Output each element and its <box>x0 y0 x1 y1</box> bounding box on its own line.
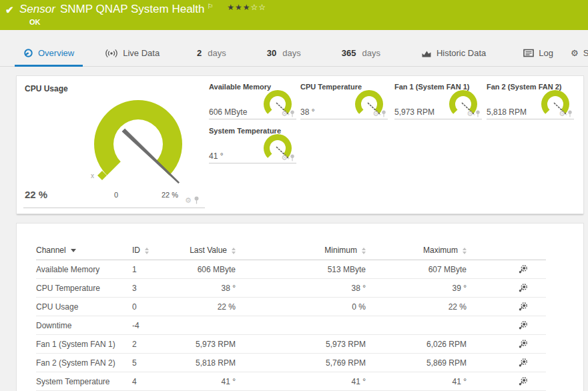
gauge-axis-label: x <box>91 172 94 179</box>
sort-icon <box>362 248 366 254</box>
channel-gauge-tile: System Temperature 41 ° ⚙ <box>209 124 296 163</box>
cell-minimum <box>236 316 366 335</box>
channel-gauge-tile: Fan 1 (System FAN 1) 5,973 RPM ⚙ <box>394 80 482 119</box>
pin-icon[interactable] <box>290 110 295 117</box>
tab-historic-data[interactable]: Historic Data <box>412 41 495 67</box>
gauge-scale-min: 0 <box>114 191 118 199</box>
tab-settings-label: Settings <box>583 48 588 58</box>
pin-icon[interactable] <box>475 110 481 117</box>
cell-id: 2 <box>132 335 172 354</box>
column-header-last-value[interactable]: Last Value <box>172 241 236 260</box>
main-gauge-title: CPU Usage <box>25 84 68 93</box>
pin-icon[interactable] <box>290 154 295 161</box>
cell-minimum: 5,973 RPM <box>236 335 366 354</box>
cell-id: 0 <box>132 298 172 316</box>
channel-gauge-tile: Available Memory 606 MByte ⚙ <box>209 80 296 119</box>
pin-icon[interactable] <box>567 110 573 117</box>
cell-minimum: 38 ° <box>236 279 366 298</box>
cell-channel: Downtime <box>36 316 132 335</box>
gear-icon: ⚙ <box>571 49 579 57</box>
gear-icon[interactable]: ⚙ <box>559 110 565 117</box>
tab-365-days[interactable]: 365 days <box>333 41 389 67</box>
tile-actions[interactable]: ⚙ <box>559 110 573 117</box>
cell-minimum: 41 ° <box>236 372 366 391</box>
main-gauge-divider <box>23 208 205 208</box>
flag-icon: ⚐ <box>208 3 214 10</box>
cell-maximum: 607 MByte <box>366 260 467 279</box>
cell-channel: Fan 1 (System FAN 1) <box>36 335 132 354</box>
status-ok-check-icon: ✔ <box>5 4 14 16</box>
cell-id: 5 <box>132 354 172 372</box>
cell-last-value: 41 ° <box>172 372 236 391</box>
column-header-id[interactable]: ID <box>132 241 172 260</box>
tile-actions[interactable]: ⚙ <box>467 110 481 117</box>
channel-gauge-tile: CPU Temperature 38 ° ⚙ <box>300 80 388 119</box>
tab-overview[interactable]: Overview <box>15 41 83 67</box>
edit-channel-icon[interactable] <box>518 377 527 386</box>
column-header-actions <box>467 241 546 260</box>
tab-2-days[interactable]: 2 days <box>188 41 235 67</box>
edit-channel-icon[interactable] <box>518 265 527 274</box>
tab-overview-label: Overview <box>38 48 74 58</box>
cell-id: -4 <box>132 316 172 335</box>
gear-icon[interactable]: ⚙ <box>281 154 288 161</box>
cell-last-value: 22 % <box>172 298 236 316</box>
edit-channel-icon[interactable] <box>518 321 527 330</box>
cell-maximum <box>366 316 467 335</box>
gear-icon[interactable]: ⚙ <box>281 110 288 117</box>
edit-channel-icon[interactable] <box>518 340 527 349</box>
tile-actions[interactable]: ⚙ <box>281 154 295 161</box>
live-data-icon <box>105 49 118 58</box>
tab-365-days-unit: days <box>362 48 380 58</box>
pin-icon[interactable] <box>194 196 200 204</box>
page-title: SNMP QNAP System Health <box>60 3 205 15</box>
table-row[interactable]: System Temperature 4 41 ° 41 ° 41 ° <box>36 372 546 391</box>
tab-30-days[interactable]: 30 days <box>258 41 310 67</box>
pin-icon[interactable] <box>381 110 386 117</box>
table-row[interactable]: Fan 1 (System FAN 1) 2 5,973 RPM 5,973 R… <box>36 335 546 354</box>
tile-actions[interactable]: ⚙ <box>281 110 295 117</box>
tab-historic-data-label: Historic Data <box>436 48 486 58</box>
column-header-maximum[interactable]: Maximum <box>366 241 467 260</box>
tile-value: 606 MByte <box>209 107 247 117</box>
table-row[interactable]: CPU Temperature 3 38 ° 38 ° 39 ° <box>36 279 546 298</box>
table-row[interactable]: CPU Usage 0 22 % 0 % 22 % <box>36 298 546 316</box>
priority-stars-filled[interactable]: ★★★ <box>227 3 250 12</box>
gear-icon[interactable]: ⚙ <box>372 110 379 117</box>
sort-desc-icon <box>71 249 76 252</box>
tile-value: 41 ° <box>209 151 223 161</box>
gear-icon[interactable]: ⚙ <box>467 110 473 117</box>
priority-stars-empty[interactable]: ☆☆ <box>251 3 267 12</box>
tab-30-days-number: 30 <box>267 48 276 58</box>
main-gauge-actions[interactable]: ⚙ <box>185 196 200 204</box>
edit-channel-icon[interactable] <box>518 358 527 368</box>
tile-actions[interactable]: ⚙ <box>372 110 386 117</box>
tab-365-days-number: 365 <box>342 48 356 58</box>
cell-last-value: 38 ° <box>172 279 236 298</box>
priority-stars[interactable]: ★★★☆☆ <box>227 3 266 12</box>
table-row[interactable]: Fan 2 (System FAN 2) 5 5,818 RPM 5,769 R… <box>36 354 546 372</box>
column-header-channel[interactable]: Channel <box>36 241 132 260</box>
column-header-minimum[interactable]: Minimum <box>236 241 366 260</box>
cpu-usage-gauge <box>91 96 192 196</box>
gauges-panel: CPU Usage x 0 22 % 22 % ⚙ Available Memo… <box>16 75 584 214</box>
edit-channel-icon[interactable] <box>518 302 527 312</box>
historic-data-icon <box>421 49 432 58</box>
cell-channel: Available Memory <box>36 260 132 279</box>
cell-id: 3 <box>132 279 172 298</box>
tab-live-data[interactable]: Live Data <box>96 41 168 67</box>
tab-log[interactable]: Log <box>515 41 562 67</box>
edit-channel-icon[interactable] <box>518 284 527 293</box>
cell-maximum: 22 % <box>366 298 467 316</box>
tab-2-days-number: 2 <box>197 48 202 58</box>
table-row[interactable]: Available Memory 1 606 MByte 513 MByte 6… <box>36 260 546 279</box>
tab-settings[interactable]: ⚙ Settings <box>562 41 588 67</box>
tab-2-days-unit: days <box>208 48 226 58</box>
gear-icon[interactable]: ⚙ <box>185 197 192 204</box>
tab-bar: Overview Live Data 2 days 30 days 365 da… <box>0 30 588 67</box>
sort-icon <box>232 248 236 254</box>
table-row[interactable]: Downtime -4 <box>36 316 546 335</box>
gauge-scale-max: 22 % <box>162 191 178 199</box>
cell-channel: CPU Temperature <box>36 279 132 298</box>
status-badge: OK <box>29 18 41 26</box>
